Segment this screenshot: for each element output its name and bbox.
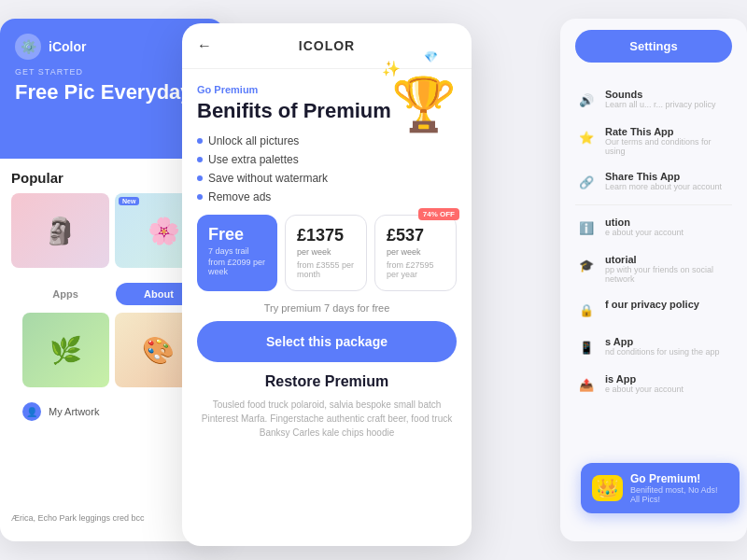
settings-sounds-item[interactable]: 🔊 Sounds Learn all u... r... privacy pol… bbox=[560, 81, 747, 119]
avatar: 👤 bbox=[22, 402, 41, 421]
premium-widget-title: Go Premium! bbox=[630, 472, 728, 485]
list-title-5: is App bbox=[605, 373, 684, 385]
list-item-3[interactable]: 🔒 f our privacy policy bbox=[560, 291, 747, 329]
select-package-button[interactable]: Select this package bbox=[197, 321, 457, 362]
crown-icon: 👑 bbox=[592, 475, 623, 501]
off-badge: 74% OFF bbox=[418, 208, 459, 220]
gear-icon: ⚙️ bbox=[15, 34, 41, 60]
rate-sub: Our terms and conditions for using bbox=[605, 137, 732, 156]
settings-btn-area: Settings bbox=[560, 19, 747, 74]
premium-widget-sub: Benifited most, No Ads! All Pics! bbox=[630, 485, 728, 504]
bullet-4 bbox=[197, 194, 203, 200]
sounds-sub: Learn all u... r... privacy policy bbox=[605, 100, 716, 109]
price-card-best[interactable]: 74% OFF £537 per week from £27595 per ye… bbox=[374, 215, 457, 291]
share-content: Share This App Learn more about your acc… bbox=[605, 171, 722, 191]
settings-share-item[interactable]: 🔗 Share This App Learn more about your a… bbox=[560, 163, 747, 201]
best-price: £537 bbox=[387, 227, 444, 245]
benefit-item-4: Remove ads bbox=[197, 190, 457, 203]
list-icon-2: 🎓 bbox=[575, 254, 598, 276]
restore-title: Restore Premium bbox=[197, 373, 457, 390]
list-title-1: ution bbox=[605, 217, 684, 228]
right-panel: Settings 🔊 Sounds Learn all u... r... pr… bbox=[560, 19, 747, 541]
artwork-label: My Artwork bbox=[49, 406, 99, 417]
bullet-1 bbox=[197, 138, 203, 144]
list-item-5[interactable]: 📤 is App e about your account bbox=[560, 366, 747, 403]
back-button[interactable]: ← bbox=[197, 37, 212, 54]
list-sub-4: nd conditions for using the app bbox=[605, 347, 720, 357]
artwork-figure-1: 🌿 bbox=[22, 313, 109, 387]
share-title: Share This App bbox=[605, 171, 722, 182]
share-sub: Learn more about your account bbox=[605, 182, 722, 191]
best-period: per week bbox=[387, 247, 444, 257]
list-item-2[interactable]: 🎓 utorial pp with your friends on social… bbox=[560, 246, 747, 291]
list-sub-2: pp with your friends on social network bbox=[605, 265, 732, 284]
price-card-mid[interactable]: £1375 per week from £3555 per month bbox=[285, 215, 367, 291]
list-content-1: ution e about your account bbox=[605, 217, 684, 237]
sounds-title: Sounds bbox=[605, 89, 716, 100]
list-title-4: s App bbox=[605, 336, 720, 347]
list-icon-4: 📱 bbox=[575, 336, 598, 358]
list-title-3: f our privacy policy bbox=[605, 299, 699, 310]
header-top: ⚙️ iColor bbox=[15, 34, 209, 60]
center-panel: ← ICOLOR Go Premium Benifits of Premium … bbox=[182, 23, 472, 546]
benefit-item-2: Use extra palettes bbox=[197, 153, 457, 166]
settings-button[interactable]: Settings bbox=[575, 30, 732, 63]
bullet-3 bbox=[197, 175, 203, 181]
free-price-sub: 7 days trail bbox=[208, 246, 266, 256]
image-figure-1: 🗿 bbox=[11, 193, 109, 268]
list-sub-5: e about your account bbox=[605, 385, 684, 394]
benefits-list: Unlock all pictures Use extra palettes S… bbox=[197, 134, 457, 203]
treasure-icon: 🏆 bbox=[391, 78, 457, 131]
list-title-2: utorial bbox=[605, 254, 732, 265]
list-icon-3: 🔒 bbox=[575, 299, 598, 321]
app-name: iColor bbox=[49, 39, 86, 54]
list-icon-5: 📤 bbox=[575, 373, 598, 396]
sounds-icon: 🔊 bbox=[575, 89, 598, 111]
share-icon: 🔗 bbox=[575, 171, 598, 193]
premium-widget-text: Go Premium! Benifited most, No Ads! All … bbox=[630, 472, 728, 504]
list-sub-1: e about your account bbox=[605, 228, 684, 237]
mid-original: from £3555 per month bbox=[297, 260, 355, 279]
bullet-2 bbox=[197, 157, 203, 162]
new-badge: New bbox=[119, 197, 139, 205]
list-content-4: s App nd conditions for using the app bbox=[605, 336, 720, 357]
sounds-content: Sounds Learn all u... r... privacy polic… bbox=[605, 89, 716, 109]
rate-title: Rate This App bbox=[605, 126, 732, 137]
free-price-original: from £2099 per week bbox=[208, 258, 266, 276]
list-content-2: utorial pp with your friends on social n… bbox=[605, 254, 732, 284]
list-content-3: f our privacy policy bbox=[605, 299, 699, 310]
try-free-text: Try premium 7 days for free bbox=[197, 302, 457, 314]
settings-rate-item[interactable]: ⭐ Rate This App Our terms and conditions… bbox=[560, 119, 747, 163]
sparkle-icon-2: 💎 bbox=[424, 50, 438, 63]
divider-1 bbox=[575, 204, 732, 205]
hero-text: Free Pic Everyday bbox=[15, 80, 209, 105]
premium-content: Go Premium Benifits of Premium 🏆 ✨ 💎 Unl… bbox=[182, 69, 472, 455]
benefit-item-3: Save without watermark bbox=[197, 172, 457, 185]
free-price-label: Free bbox=[208, 226, 266, 245]
get-started-label: GET STARTED bbox=[15, 67, 209, 77]
artwork-image-1[interactable]: 🌿 bbox=[22, 313, 109, 387]
list-icon-1: ℹ️ bbox=[575, 217, 598, 239]
list-item-1[interactable]: ℹ️ ution e about your account bbox=[560, 209, 747, 246]
best-original: from £27595 per year bbox=[387, 260, 444, 279]
settings-list: 🔊 Sounds Learn all u... r... privacy pol… bbox=[560, 74, 747, 411]
list-item-4[interactable]: 📱 s App nd conditions for using the app bbox=[560, 329, 747, 366]
rate-content: Rate This App Our terms and conditions f… bbox=[605, 126, 732, 156]
mid-period: per week bbox=[297, 247, 355, 257]
tab-apps[interactable]: Apps bbox=[22, 283, 108, 305]
benefit-item-1: Unlock all pictures bbox=[197, 134, 457, 147]
go-premium-widget[interactable]: 👑 Go Premium! Benifited most, No Ads! Al… bbox=[581, 463, 740, 513]
mid-price: £1375 bbox=[297, 227, 355, 245]
rate-icon: ⭐ bbox=[575, 126, 598, 148]
pricing-row: Free 7 days trail from £2099 per week £1… bbox=[197, 215, 457, 291]
price-card-free[interactable]: Free 7 days trail from £2099 per week bbox=[197, 215, 277, 291]
restore-text: Tousled food truck polaroid, salvia besp… bbox=[197, 398, 457, 440]
center-title: ICOLOR bbox=[299, 38, 355, 53]
grid-image-1[interactable]: 🗿 bbox=[11, 193, 109, 268]
list-content-5: is App e about your account bbox=[605, 373, 684, 394]
